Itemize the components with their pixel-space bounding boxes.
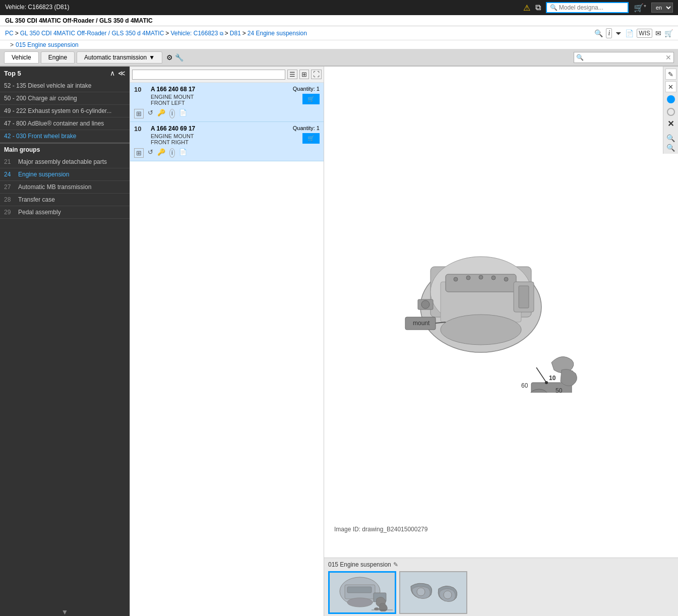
scroll-down-indicator[interactable]: ▼ bbox=[61, 608, 69, 616]
svg-point-28 bbox=[421, 300, 429, 309]
svg-point-37 bbox=[444, 591, 452, 599]
zoom-in-icon[interactable]: 🔍 bbox=[594, 29, 603, 37]
part-number-0: A 166 240 68 17 bbox=[151, 86, 289, 93]
model-search-box[interactable]: 🔍 bbox=[546, 2, 629, 13]
center-toolbar: ☰ ⊞ ⛶ bbox=[130, 67, 324, 83]
thumbnail-2[interactable] bbox=[399, 571, 467, 614]
dropdown-arrow: ▼ bbox=[149, 54, 155, 61]
group-label-24: Engine suspension bbox=[18, 171, 69, 178]
breadcrumb-vehicle-id[interactable]: Vehicle: C166823 ⧉ bbox=[170, 30, 223, 37]
cart-header-icon[interactable]: 🛒+ bbox=[634, 3, 646, 13]
part-search-input[interactable] bbox=[132, 70, 285, 80]
group-item-28[interactable]: 28 Transfer case bbox=[0, 194, 130, 206]
tab-search-box[interactable]: 🔍 ✕ bbox=[574, 52, 674, 63]
part-qty-0: Quantity: 1 bbox=[293, 86, 320, 92]
breadcrumb-d81[interactable]: D81 bbox=[230, 30, 241, 37]
part-table-icon-0[interactable]: ⊞ bbox=[134, 109, 144, 118]
tab-search-clear[interactable]: ✕ bbox=[665, 53, 671, 61]
vehicle-header-left: Vehicle: C166823 (D81) bbox=[5, 4, 69, 12]
expand-view-icon[interactable]: ⛶ bbox=[311, 70, 322, 79]
top5-item-0[interactable]: 52 - 135 Diesel vehicle air intake bbox=[0, 80, 130, 92]
mail-icon[interactable]: ✉ bbox=[655, 29, 661, 37]
top5-item-3[interactable]: 47 - 800 AdBlue® container and lines bbox=[0, 117, 130, 130]
diagram-x-icon[interactable]: ✕ bbox=[667, 119, 674, 129]
tab-icon-2[interactable]: 🔧 bbox=[175, 53, 183, 61]
breadcrumb-pc[interactable]: PC bbox=[5, 30, 14, 37]
vehicle-full-name: GL 350 CDI 4MATIC Off-Roader / GLS 350 d… bbox=[5, 17, 153, 24]
thumbnail-edit-icon[interactable]: ✎ bbox=[393, 561, 398, 568]
group-label-21: Major assembly detachable parts bbox=[18, 158, 107, 165]
model-search-input[interactable] bbox=[559, 4, 625, 11]
list-view-icon[interactable]: ☰ bbox=[287, 70, 297, 79]
top5-header: Top 5 ∧ ≪ bbox=[0, 67, 130, 80]
part-doc-icon-1[interactable]: 📄 bbox=[179, 148, 187, 158]
part-table-icon-1[interactable]: ⊞ bbox=[134, 148, 144, 158]
part-desc1-0: ENGINE MOUNT bbox=[151, 94, 289, 100]
parts-list: 10 A 166 240 68 17 ENGINE MOUNT FRONT LE… bbox=[130, 83, 324, 616]
tab-search-icon: 🔍 bbox=[576, 54, 584, 61]
search-icon: 🔍 bbox=[550, 4, 558, 11]
svg-point-36 bbox=[417, 588, 425, 596]
part-doc-icon-0[interactable]: 📄 bbox=[179, 109, 187, 118]
svg-text:60: 60 bbox=[521, 382, 528, 389]
breadcrumb-015[interactable]: 015 Engine suspension bbox=[16, 41, 79, 48]
left-panel: Top 5 ∧ ≪ 52 - 135 Diesel vehicle air in… bbox=[0, 67, 130, 616]
breadcrumb-vehicle-line[interactable]: GL 350 CDI 4MATIC Off-Roader / GLS 350 d… bbox=[20, 30, 164, 37]
breadcrumb: PC > GL 350 CDI 4MATIC Off-Roader / GLS … bbox=[5, 30, 594, 37]
thumbnails-row bbox=[328, 571, 674, 614]
top-right-controls: ⚠ ⧉ 🔍 🛒+ en bbox=[523, 2, 673, 13]
tab-vehicle[interactable]: Vehicle bbox=[4, 51, 39, 64]
group-num-24: 24 bbox=[4, 171, 14, 178]
part-desc2-0: FRONT LEFT bbox=[151, 100, 289, 106]
top5-title: Top 5 bbox=[4, 70, 21, 77]
top5-item-1[interactable]: 50 - 200 Charge air cooling bbox=[0, 92, 130, 105]
tab-icon-1[interactable]: ⚙ bbox=[166, 53, 173, 61]
part-item-0: 10 A 166 240 68 17 ENGINE MOUNT FRONT LE… bbox=[130, 83, 324, 122]
diagram-edit-icon[interactable]: ✎ bbox=[665, 69, 676, 80]
warning-icon: ⚠ bbox=[523, 3, 530, 13]
top5-minimize-icon[interactable]: ≪ bbox=[118, 69, 126, 77]
part-refresh-icon-1[interactable]: ↺ bbox=[148, 148, 153, 158]
diagram-close-icon[interactable]: ✕ bbox=[665, 81, 676, 92]
group-item-24[interactable]: 24 Engine suspension bbox=[0, 168, 130, 181]
svg-point-20 bbox=[454, 277, 458, 281]
top5-item-4[interactable]: 42 - 030 Front wheel brake bbox=[0, 130, 130, 143]
group-item-27[interactable]: 27 Automatic MB transmission bbox=[0, 181, 130, 194]
svg-text:mount: mount bbox=[413, 320, 430, 327]
thumbnail-1[interactable] bbox=[328, 571, 396, 614]
part-key-icon-0[interactable]: 🔑 bbox=[157, 109, 165, 118]
group-label-27: Automatic MB transmission bbox=[18, 183, 91, 191]
diagram-zoom-in-icon[interactable]: 🔍 bbox=[666, 134, 675, 142]
lang-select[interactable]: en bbox=[651, 3, 673, 13]
top5-item-2[interactable]: 49 - 222 Exhaust system on 6-cylinder... bbox=[0, 105, 130, 117]
cart-icon[interactable]: 🛒 bbox=[664, 29, 673, 37]
tab-engine[interactable]: Engine bbox=[41, 51, 75, 64]
svg-rect-31 bbox=[347, 587, 372, 593]
document-icon[interactable]: 📄 bbox=[625, 29, 634, 37]
group-num-28: 28 bbox=[4, 196, 14, 203]
part-pos-1: 10 bbox=[134, 125, 147, 133]
vehicle-id: Vehicle: C166823 (D81) bbox=[5, 4, 69, 12]
wis-icon[interactable]: WIS bbox=[637, 29, 652, 38]
engine-diagram: mount 10 30 40 50 60 900 bbox=[390, 231, 602, 393]
part-info-icon-1[interactable]: i bbox=[169, 148, 175, 158]
part-cart-btn-1[interactable]: 🛒 bbox=[302, 133, 320, 144]
diagram-zoom-out-icon[interactable]: 🔍 bbox=[666, 144, 675, 152]
tab-automatic-transmission[interactable]: Automatic transmission ▼ bbox=[77, 51, 162, 64]
filter-icon[interactable]: ⏷ bbox=[615, 29, 622, 37]
part-info-icon-0[interactable]: i bbox=[169, 109, 175, 118]
top5-collapse-icon[interactable]: ∧ bbox=[110, 69, 115, 77]
part-refresh-icon-0[interactable]: ↺ bbox=[148, 109, 153, 118]
svg-point-24 bbox=[504, 277, 508, 281]
part-cart-btn-0[interactable]: 🛒 bbox=[302, 94, 320, 104]
svg-text:10: 10 bbox=[549, 375, 556, 382]
info-icon[interactable]: i bbox=[606, 28, 612, 38]
group-item-21[interactable]: 21 Major assembly detachable parts bbox=[0, 156, 130, 168]
breadcrumb-engine-suspension[interactable]: 24 Engine suspension bbox=[248, 30, 307, 37]
svg-line-10 bbox=[536, 367, 546, 383]
group-item-29[interactable]: 29 Pedal assembly bbox=[0, 206, 130, 219]
part-key-icon-1[interactable]: 🔑 bbox=[157, 148, 165, 158]
tab-search-input[interactable] bbox=[585, 54, 665, 61]
grid-view-icon[interactable]: ⊞ bbox=[299, 70, 309, 79]
copy-icon: ⧉ bbox=[535, 3, 541, 12]
